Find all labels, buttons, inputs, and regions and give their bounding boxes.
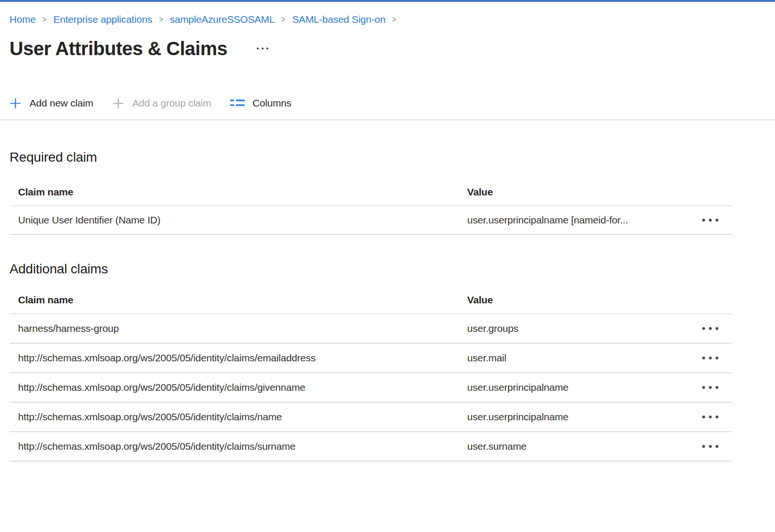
column-header-claim-name: Claim name xyxy=(10,294,467,306)
add-new-claim-label: Add new claim xyxy=(29,97,93,109)
claim-value-cell: user.surname xyxy=(467,441,527,452)
ellipsis-icon xyxy=(257,48,259,49)
additional-claims-table-header: Claim name Value xyxy=(10,278,732,314)
plus-icon xyxy=(10,97,21,109)
claim-value-cell: user.groups xyxy=(467,323,519,334)
top-accent-bar xyxy=(0,0,775,2)
add-group-claim-button[interactable]: Add a group claim xyxy=(112,97,211,109)
ellipsis-icon xyxy=(266,48,268,49)
edit-columns-icon xyxy=(230,98,245,108)
ellipsis-icon xyxy=(709,386,712,389)
add-group-claim-label: Add a group claim xyxy=(132,97,211,109)
ellipsis-icon xyxy=(702,357,705,359)
claim-value-cell: user.userprincipalname xyxy=(467,411,569,423)
chevron-right-icon: > xyxy=(43,12,47,27)
claim-name-cell: http://schemas.xmlsoap.org/ws/2005/05/id… xyxy=(10,441,467,452)
required-claim-table: Claim name Value Unique User Identifier … xyxy=(10,166,732,235)
claim-name-cell: harness/harness-group xyxy=(10,323,467,334)
table-row[interactable]: http://schemas.xmlsoap.org/ws/2005/05/id… xyxy=(10,432,732,462)
page-content: Home > Enterprise applications > sampleA… xyxy=(0,12,775,462)
ellipsis-icon xyxy=(702,327,705,330)
ellipsis-icon xyxy=(716,327,718,330)
breadcrumb-app-name[interactable]: sampleAzureSSOSAML xyxy=(170,12,275,27)
ellipsis-icon xyxy=(709,219,712,222)
row-context-menu-button[interactable] xyxy=(701,383,719,392)
chevron-right-icon: > xyxy=(282,12,285,27)
ellipsis-icon xyxy=(709,357,712,359)
ellipsis-icon xyxy=(716,386,718,389)
chevron-right-icon: > xyxy=(159,12,163,27)
row-context-menu-button[interactable] xyxy=(701,324,719,333)
ellipsis-icon xyxy=(716,445,718,448)
ellipsis-icon xyxy=(702,219,705,222)
additional-claims-heading: Additional claims xyxy=(10,261,775,278)
breadcrumb-saml-sign-on[interactable]: SAML-based Sign-on xyxy=(292,12,385,27)
ellipsis-icon xyxy=(702,386,705,389)
table-row[interactable]: Unique User Identifier (Name ID) user.us… xyxy=(10,206,732,235)
toolbar-divider xyxy=(0,119,775,120)
claim-value-cell: user.userprincipalname [nameid-for... xyxy=(467,214,628,226)
claim-value-cell: user.userprincipalname xyxy=(467,382,569,393)
ellipsis-icon xyxy=(262,48,264,49)
plus-icon xyxy=(112,97,124,109)
ellipsis-icon xyxy=(709,327,712,330)
ellipsis-icon xyxy=(709,416,712,418)
row-context-menu-button[interactable] xyxy=(701,413,719,421)
claim-name-cell: http://schemas.xmlsoap.org/ws/2005/05/id… xyxy=(10,352,467,364)
columns-label: Columns xyxy=(253,97,291,109)
additional-claims-table: Claim name Value harness/harness-group u… xyxy=(10,278,732,462)
add-new-claim-button[interactable]: Add new claim xyxy=(10,97,93,109)
ellipsis-icon xyxy=(716,219,718,222)
row-context-menu-button[interactable] xyxy=(701,216,719,224)
claim-value-cell: user.mail xyxy=(467,352,506,364)
required-claim-table-header: Claim name Value xyxy=(10,166,732,206)
column-header-value: Value xyxy=(467,186,493,198)
chevron-right-icon: > xyxy=(392,12,396,27)
claim-name-cell: http://schemas.xmlsoap.org/ws/2005/05/id… xyxy=(10,382,467,393)
breadcrumb: Home > Enterprise applications > sampleA… xyxy=(10,12,775,27)
table-row[interactable]: harness/harness-group user.groups xyxy=(10,314,732,344)
title-context-menu-button[interactable] xyxy=(255,44,270,53)
claim-name-cell: Unique User Identifier (Name ID) xyxy=(10,214,467,226)
table-row[interactable]: http://schemas.xmlsoap.org/ws/2005/05/id… xyxy=(10,344,732,373)
required-claim-heading: Required claim xyxy=(10,149,775,166)
ellipsis-icon xyxy=(716,357,718,359)
column-header-claim-name: Claim name xyxy=(10,186,467,198)
row-context-menu-button[interactable] xyxy=(701,442,719,451)
ellipsis-icon xyxy=(709,445,712,448)
breadcrumb-home[interactable]: Home xyxy=(10,12,36,27)
ellipsis-icon xyxy=(716,416,718,418)
command-bar: Add new claim Add a group claim Columns xyxy=(10,94,775,112)
table-row[interactable]: http://schemas.xmlsoap.org/ws/2005/05/id… xyxy=(10,403,732,432)
row-context-menu-button[interactable] xyxy=(701,354,719,362)
table-row[interactable]: http://schemas.xmlsoap.org/ws/2005/05/id… xyxy=(10,373,732,403)
columns-button[interactable]: Columns xyxy=(230,97,291,109)
column-header-value: Value xyxy=(467,294,493,306)
breadcrumb-enterprise-applications[interactable]: Enterprise applications xyxy=(53,12,152,27)
title-row: User Attributes & Claims xyxy=(10,37,775,60)
ellipsis-icon xyxy=(702,416,705,418)
ellipsis-icon xyxy=(702,445,705,448)
claim-name-cell: http://schemas.xmlsoap.org/ws/2005/05/id… xyxy=(10,411,467,423)
page-title: User Attributes & Claims xyxy=(10,37,227,60)
